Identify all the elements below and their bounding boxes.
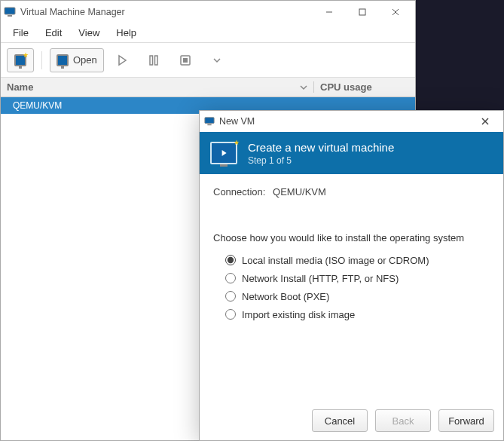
connection-label: Connection:: [213, 186, 265, 198]
menu-file[interactable]: File: [5, 25, 36, 41]
close-button[interactable]: [379, 2, 412, 23]
radio-network-install-label: Network Install (HTTP, FTP, or NFS): [242, 273, 399, 284]
menu-edit[interactable]: Edit: [38, 25, 69, 41]
svg-rect-7: [150, 56, 153, 65]
menu-help[interactable]: Help: [108, 25, 144, 41]
col-name[interactable]: Name: [1, 81, 313, 93]
radio-local-media-label: Local install media (ISO image or CDROM): [242, 255, 429, 266]
dialog-close-button[interactable]: [472, 112, 499, 131]
maximize-button[interactable]: [346, 2, 379, 23]
open-button-label: Open: [73, 54, 97, 66]
radio-import-disk-label: Import existing disk image: [242, 309, 355, 320]
svg-rect-1: [8, 15, 12, 17]
radio-network-boot[interactable]: Network Boot (PXE): [225, 287, 490, 305]
new-vm-banner: Create a new virtual machine Step 1 of 5: [200, 132, 503, 174]
radio-network-install-input[interactable]: [225, 273, 236, 283]
vmm-column-headers: Name CPU usage: [1, 78, 415, 97]
vmm-app-icon: [4, 6, 16, 18]
install-prompt: Choose how you would like to install the…: [213, 232, 490, 243]
svg-rect-8: [154, 56, 157, 65]
toolbar-separator: [41, 51, 42, 69]
radio-local-media[interactable]: Local install media (ISO image or CDROM): [225, 251, 490, 269]
new-vm-content: Connection: QEMU/KVM Choose how you woul…: [200, 174, 503, 401]
col-cpu[interactable]: CPU usage: [313, 81, 415, 93]
svg-rect-10: [183, 58, 188, 63]
new-vm-banner-icon: [210, 142, 237, 164]
new-vm-title-text: New VM: [219, 116, 472, 127]
svg-rect-3: [359, 9, 365, 15]
svg-rect-11: [205, 118, 214, 124]
connection-row: Connection: QEMU/KVM: [213, 186, 490, 198]
radio-local-media-input[interactable]: [225, 255, 236, 265]
vmm-menubar: File Edit View Help: [1, 23, 415, 43]
new-vm-banner-title: Create a new virtual machine: [248, 141, 394, 154]
radio-network-boot-input[interactable]: [225, 291, 236, 302]
sort-indicator-icon: [300, 84, 307, 91]
menu-view[interactable]: View: [71, 25, 107, 41]
radio-network-boot-label: Network Boot (PXE): [242, 291, 329, 302]
svg-marker-6: [119, 56, 126, 65]
new-vm-banner-text: Create a new virtual machine Step 1 of 5: [248, 141, 394, 166]
run-button[interactable]: [108, 48, 136, 72]
svg-rect-12: [207, 124, 211, 126]
radio-network-install[interactable]: Network Install (HTTP, FTP, or NFS): [225, 269, 490, 287]
radio-import-disk-input[interactable]: [225, 309, 236, 320]
back-button[interactable]: Back: [375, 409, 431, 432]
vmm-titlebar: Virtual Machine Manager: [1, 1, 415, 23]
forward-button[interactable]: Forward: [438, 409, 494, 432]
open-vm-button[interactable]: Open: [50, 48, 104, 72]
cancel-button[interactable]: Cancel: [312, 409, 368, 432]
new-vm-titlebar: New VM: [200, 111, 503, 132]
connection-value: QEMU/KVM: [273, 186, 326, 198]
radio-import-disk[interactable]: Import existing disk image: [225, 305, 490, 323]
shutdown-menu-icon[interactable]: [203, 48, 231, 72]
vmm-title-text: Virtual Machine Manager: [20, 7, 313, 17]
shutdown-button[interactable]: [172, 48, 199, 72]
new-vm-titlebar-icon: [204, 116, 215, 127]
svg-rect-0: [5, 8, 15, 14]
vmm-toolbar: Open: [1, 43, 415, 78]
new-vm-step-label: Step 1 of 5: [248, 155, 394, 166]
col-cpu-label: CPU usage: [320, 81, 372, 93]
install-options: Local install media (ISO image or CDROM)…: [213, 251, 490, 323]
col-name-label: Name: [7, 81, 33, 93]
new-vm-footer: Cancel Back Forward: [200, 401, 503, 440]
list-row-label: QEMU/KVM: [13, 100, 62, 111]
minimize-button[interactable]: [313, 2, 346, 23]
new-vm-button[interactable]: [7, 48, 34, 72]
pause-button[interactable]: [140, 48, 167, 72]
new-vm-dialog: New VM Create a new virtual machine Step…: [199, 110, 504, 441]
